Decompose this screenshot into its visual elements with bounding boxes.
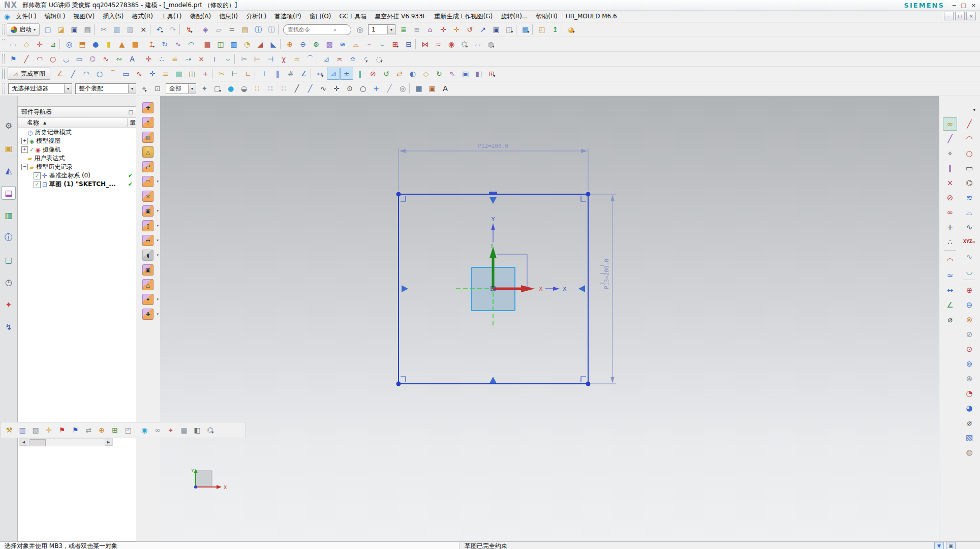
constraint-tool-button[interactable]: ◠ xyxy=(943,254,957,267)
curve-tool-button[interactable]: ⌓ xyxy=(962,206,976,219)
selection-filter-combo[interactable]: 无选择过滤器 ▾ xyxy=(8,83,72,94)
minimize-icon[interactable]: ─ xyxy=(953,2,956,9)
menu-item[interactable]: 旋转(R)... xyxy=(497,11,532,22)
menu-item[interactable]: 窗口(O) xyxy=(305,11,335,22)
tool-button[interactable]: ∿ xyxy=(317,82,330,95)
constraint-tool-button[interactable]: × xyxy=(943,176,957,190)
tool-button[interactable]: ⌖ xyxy=(164,424,177,436)
dim-height-label[interactable]: P13=200.0 xyxy=(603,259,610,289)
tool-button[interactable]: ↔ ▾ xyxy=(314,68,327,80)
tool-button[interactable]: ✛ xyxy=(33,38,46,50)
tool-button[interactable]: ◐ xyxy=(406,68,419,80)
constraint-tool-button[interactable]: + xyxy=(943,221,957,234)
selection-scope-combo[interactable]: 整个装配 ▾ xyxy=(75,83,136,94)
tool-button[interactable]: ⊞ ▾ xyxy=(485,68,499,80)
constraint-tool-button[interactable]: ⌀ xyxy=(943,313,957,326)
tool-button[interactable]: ◈ xyxy=(199,23,212,36)
tool-button[interactable]: ∠ xyxy=(297,68,311,80)
tool-button[interactable]: ◧ xyxy=(472,68,485,80)
constraint-tool-button[interactable]: ∥ xyxy=(943,162,957,175)
tool-button[interactable]: ▦ xyxy=(201,38,214,50)
start-button[interactable]: 启动 ▾ xyxy=(7,23,40,36)
resource-tab[interactable]: ▢ xyxy=(2,254,15,266)
snap-scope-combo[interactable]: 全部 ▾ xyxy=(166,83,196,94)
command-search[interactable]: ⌕ xyxy=(283,24,351,35)
resource-tab[interactable]: ⓘ xyxy=(2,231,15,244)
menu-item[interactable]: 星空外挂 V6.933F xyxy=(371,11,430,22)
tool-button[interactable]: ◍ ▾ xyxy=(484,38,498,50)
tool-button[interactable]: ◫ ▾ xyxy=(503,23,516,36)
tool-button[interactable]: ◣ xyxy=(267,38,280,50)
finish-sketch-button[interactable]: ⊿ 完成草图 xyxy=(8,68,50,80)
tool-button[interactable]: ✂ xyxy=(237,53,251,65)
tool-button[interactable]: ◒ xyxy=(237,82,251,95)
tool-button[interactable]: ⌣ xyxy=(221,53,234,65)
tool-button[interactable]: ╱ xyxy=(383,82,396,95)
tool-button[interactable]: ⌖ ▾ xyxy=(138,82,151,95)
dimension-width[interactable] xyxy=(399,148,588,191)
tool-button[interactable]: ↺ xyxy=(380,68,393,80)
dim-width-label[interactable]: P12=200.0 xyxy=(478,143,508,149)
tree-row[interactable]: ▰ 用户表达式 xyxy=(18,154,137,163)
tool-button[interactable]: # xyxy=(284,68,297,80)
tool-button[interactable]: ◠ xyxy=(185,38,198,50)
menu-item[interactable]: 视图(V) xyxy=(70,11,99,22)
tool-button[interactable]: ▣ xyxy=(68,23,81,36)
tool-button[interactable]: ◪ xyxy=(54,23,68,36)
tool-button[interactable]: ◰ xyxy=(121,424,135,436)
tool-button[interactable]: ⊣ xyxy=(264,53,277,65)
tool-button[interactable]: ⌢ xyxy=(362,38,376,50)
menu-item[interactable]: 插入(S) xyxy=(99,11,128,22)
panel-pin-icon[interactable]: □ xyxy=(129,109,133,115)
tree-expander[interactable]: + xyxy=(21,138,28,144)
resource-tab[interactable]: ▣ xyxy=(2,142,15,155)
constraint-tool-button[interactable]: ↔ xyxy=(943,284,957,297)
sync-modeling-button[interactable]: ▣ xyxy=(142,264,154,276)
constraint-tool-button[interactable]: ⌖ xyxy=(943,147,957,160)
tool-button[interactable]: ▢ xyxy=(41,23,54,36)
tool-button[interactable]: ▱ xyxy=(212,23,225,36)
curve-tool-button[interactable]: ⊕ xyxy=(962,284,976,297)
curve-tool-button[interactable]: ▭ xyxy=(962,162,976,175)
scroll-left-icon[interactable]: ◀ xyxy=(20,439,27,446)
mdi-close-icon[interactable]: × xyxy=(966,12,976,20)
tool-button[interactable]: ⌬ ▾ xyxy=(458,38,471,50)
tool-button[interactable]: ⋈ xyxy=(418,38,432,50)
constraint-tool-button[interactable]: ⊘ xyxy=(943,191,957,204)
sync-modeling-button[interactable]: △ xyxy=(142,146,154,158)
sketch-view[interactable]: P12=200.0 P13=200.0 xyxy=(160,96,939,541)
tool-button[interactable]: ▣ xyxy=(489,23,503,36)
menu-item[interactable]: 文件(F) xyxy=(12,11,40,22)
tree-row[interactable]: − ▰ 模型历史记录 xyxy=(18,163,137,171)
tool-button[interactable]: ◌ ▾ xyxy=(373,53,386,65)
chevron-down-icon[interactable]: ▾ xyxy=(387,25,395,34)
chevron-down-icon[interactable]: ▾ xyxy=(188,84,196,93)
curve-tool-button[interactable]: ◡ xyxy=(962,265,976,278)
tool-button[interactable]: ◎ xyxy=(63,38,76,50)
tool-button[interactable]: ⌂ xyxy=(423,23,437,36)
tool-button[interactable]: ⌬ ▾ xyxy=(204,424,217,436)
tool-button[interactable]: ± xyxy=(340,68,353,80)
tool-button[interactable]: ▥ xyxy=(227,38,240,50)
tool-button[interactable]: ▲ xyxy=(115,38,129,50)
curve-tool-button[interactable]: ◍ xyxy=(962,446,976,459)
tool-button[interactable]: ◎ xyxy=(396,82,409,95)
sync-modeling-button[interactable]: ◠ ▾ xyxy=(142,176,154,187)
tool-button[interactable]: ◫ xyxy=(214,38,227,50)
menu-item[interactable]: GC工具箱 xyxy=(335,11,371,22)
tool-button[interactable]: ▦ xyxy=(177,424,191,436)
tool-button[interactable]: ≣ xyxy=(397,23,410,36)
tool-button[interactable]: A xyxy=(126,53,139,65)
chevron-down-icon[interactable]: ▾ xyxy=(64,84,72,93)
sync-modeling-button[interactable]: ✚ ▾ xyxy=(142,309,154,320)
tree-expander[interactable]: + xyxy=(21,146,28,153)
resource-tab[interactable]: ↯ xyxy=(2,321,15,333)
tool-button[interactable]: ⚑ xyxy=(55,424,69,436)
tool-button[interactable]: ≃ xyxy=(290,53,303,65)
tool-button[interactable]: ✛ xyxy=(142,53,155,65)
tree-row[interactable]: ✓ ✛ 基准坐标系 (0) ✔ xyxy=(18,171,137,180)
resource-tab[interactable]: ✦ xyxy=(2,298,15,311)
tool-button[interactable]: ◇ xyxy=(419,68,433,80)
tool-button[interactable]: ✛ xyxy=(330,82,343,95)
tool-button[interactable]: ↗ xyxy=(476,23,489,36)
